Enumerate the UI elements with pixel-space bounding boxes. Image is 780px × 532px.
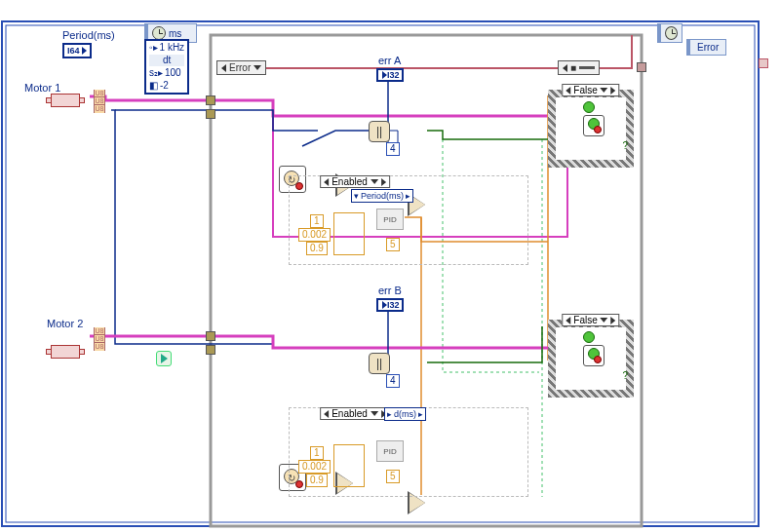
chevron-down-icon <box>370 411 378 416</box>
tunnel <box>206 95 215 105</box>
chevron-right-icon <box>381 178 386 186</box>
dt-value: 100 <box>165 67 181 79</box>
period-prop-a-label: Period(ms) <box>361 191 404 201</box>
err-a-label: err A <box>378 55 401 66</box>
error-tunnel <box>759 58 768 68</box>
unbundle-cell: U8 <box>95 327 104 335</box>
pid-cluster-b <box>333 444 365 487</box>
motor1-label: Motor 1 <box>24 82 60 94</box>
chevron-left-icon <box>566 317 570 324</box>
err-b-type: I32 <box>387 300 400 310</box>
case-structure-b: False ? <box>548 320 634 398</box>
error-terminal-right[interactable]: Error <box>686 39 726 56</box>
timed-loop-header-right <box>657 23 682 43</box>
kd-b: 0.9 <box>306 474 328 487</box>
err-a-type: I32 <box>387 70 400 80</box>
const-4-a: 4 <box>386 142 400 156</box>
tunnel <box>206 345 215 355</box>
chevron-down-icon <box>254 65 261 70</box>
motor2-label: Motor 2 <box>47 318 83 329</box>
clock-icon <box>152 26 166 40</box>
out5-b: 5 <box>386 470 400 483</box>
tunnel <box>206 331 215 341</box>
neg2-const: -2 <box>160 80 169 92</box>
tunnel <box>206 109 215 119</box>
error-sel-marker: ■ <box>570 62 576 73</box>
enabled-selector-a[interactable]: Enabled <box>320 175 390 188</box>
enabled-label-a: Enabled <box>332 176 368 187</box>
motor2-control[interactable] <box>51 345 80 359</box>
abs-a-node[interactable]: || <box>369 121 390 142</box>
case-a-q-terminal: ? <box>622 140 628 151</box>
error-right-label: Error <box>697 42 719 53</box>
case-b-label: False <box>573 315 597 325</box>
err-a-indicator[interactable]: I32 <box>376 68 404 82</box>
chevron-down-icon <box>601 318 608 323</box>
err-b-label: err B <box>378 285 402 296</box>
unbundle-cell: U8 <box>95 343 104 351</box>
unbundle-cell: U8 <box>95 90 104 97</box>
const-4-b: 4 <box>386 374 400 388</box>
selector-right-small[interactable]: ■ <box>558 60 600 75</box>
kp-b: 1 <box>310 446 324 460</box>
chevron-down-icon <box>370 179 378 184</box>
chevron-left-icon <box>563 64 567 72</box>
err-b-indicator[interactable]: I32 <box>376 298 404 312</box>
motor-run-a-node[interactable] <box>583 115 604 136</box>
period-prop-b-label: d(ms) <box>394 409 416 419</box>
status-led-b <box>583 331 595 343</box>
out5-a: 5 <box>386 238 400 251</box>
unbundle-cell: U8 <box>95 105 104 113</box>
period-prop-b[interactable]: ▸d(ms)▸ <box>384 407 426 421</box>
motor1-unbundle[interactable]: U8 U8 U8 <box>94 90 105 113</box>
pid-b-node[interactable]: PID <box>376 440 404 462</box>
tunnel-error <box>637 62 646 72</box>
ki-b: 0.002 <box>298 460 331 474</box>
i64-type: I64 <box>67 46 80 56</box>
status-led-a <box>583 101 595 113</box>
amp-node[interactable] <box>156 351 172 366</box>
period-control[interactable]: I64 <box>62 43 92 58</box>
clock-icon <box>665 26 678 40</box>
kd-a: 0.9 <box>306 242 328 255</box>
kp-a: 1 <box>310 214 324 228</box>
abs-b-node[interactable]: || <box>369 353 390 374</box>
ki-a: 0.002 <box>298 228 331 242</box>
case-a-label: False <box>573 85 597 95</box>
timing-rate: 1 kHz <box>160 42 185 54</box>
case-a-selector[interactable]: False <box>562 84 619 96</box>
chevron-left-icon <box>221 64 226 72</box>
motor1-control[interactable] <box>51 94 80 107</box>
enabled-label-b: Enabled <box>332 408 368 419</box>
case-b-selector[interactable]: False <box>562 314 619 326</box>
chevron-right-icon <box>611 87 616 95</box>
error-selector-left[interactable]: Error <box>216 60 266 75</box>
period-prop-a[interactable]: ▾Period(ms)▸ <box>351 189 413 203</box>
chevron-right-icon <box>611 317 616 324</box>
timing-config-cluster[interactable]: ◦▸1 kHz dt s₂▸100 ◧-2 <box>144 39 189 95</box>
chevron-left-icon <box>324 178 329 186</box>
unbundle-cell: U8 <box>95 97 104 105</box>
case-structure-a: False ? <box>548 90 634 168</box>
pid-cluster-a <box>333 212 365 255</box>
case-b-q-terminal: ? <box>622 370 628 381</box>
chevron-left-icon <box>566 87 570 95</box>
chevron-down-icon <box>601 88 608 93</box>
dt-label: dt <box>149 55 184 66</box>
unbundle-cell: U8 <box>95 335 104 343</box>
pid-a-node[interactable]: PID <box>376 209 404 230</box>
motor-run-b-node[interactable] <box>583 345 604 366</box>
period-label: Period(ms) <box>62 29 115 41</box>
motor2-unbundle[interactable]: U8 U8 U8 <box>94 327 105 351</box>
error-left-label: Error <box>229 62 251 73</box>
enabled-selector-b[interactable]: Enabled <box>320 407 390 420</box>
terminal-arrow-icon <box>82 47 87 55</box>
timing-unit: ms <box>169 28 181 39</box>
chevron-left-icon <box>324 410 329 418</box>
